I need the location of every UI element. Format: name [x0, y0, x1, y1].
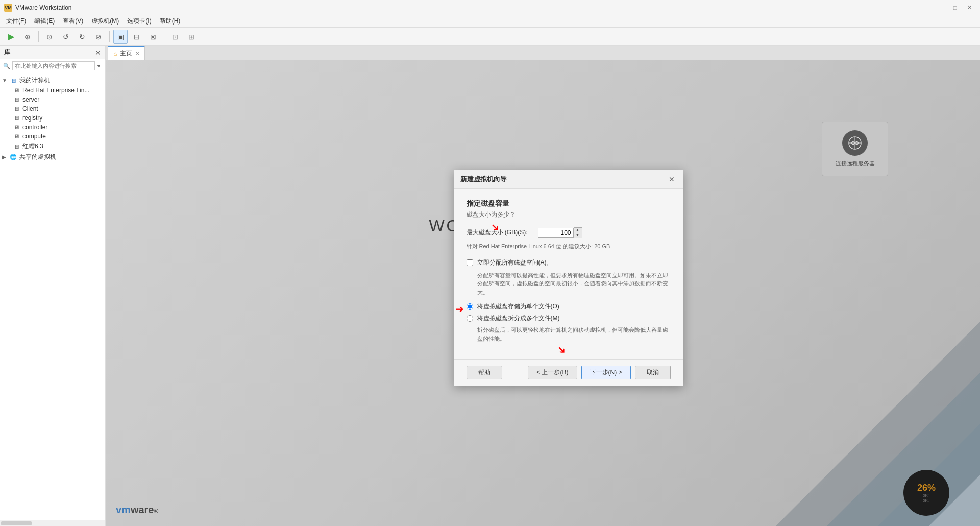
- modal-overlay: 新建虚拟机向导 ✕ 指定磁盘容量 磁盘大小为多少？ 最大磁盘大小 (GB)(S)…: [106, 60, 980, 526]
- home-icon: ⌂: [113, 50, 117, 57]
- tree-item-5[interactable]: 🖥 compute: [0, 132, 105, 141]
- toolbar-view-btn-2[interactable]: ⊟: [130, 30, 144, 44]
- toolbar-separator-1: [38, 31, 39, 42]
- radio-single-row: 将虚拟磁盘存储为单个文件(O): [467, 302, 671, 311]
- spinner-down-button[interactable]: ▼: [574, 233, 582, 238]
- window-controls: ─ □ ✕: [934, 3, 976, 13]
- menu-vm[interactable]: 虚拟机(M): [87, 16, 123, 27]
- menu-tab[interactable]: 选项卡(I): [123, 16, 155, 27]
- minimize-button[interactable]: ─: [934, 3, 947, 13]
- toolbar-separator-2: [109, 31, 110, 42]
- vm-icon-1: 🖥: [12, 96, 20, 103]
- allocate-checkbox-row: 立即分配所有磁盘空间(A)。: [467, 258, 671, 267]
- vm-tree: ▼ 🖥 我的计算机 🖥 Red Hat Enterprise Lin... 🖥 …: [0, 73, 105, 520]
- disk-size-input-group: ▲ ▼: [538, 227, 582, 238]
- vm-icon-6: 🖥: [12, 143, 20, 150]
- vm-icon-4: 🖥: [12, 124, 20, 131]
- max-disk-label: 最大磁盘大小 (GB)(S):: [467, 228, 538, 237]
- play-button[interactable]: ▶: [4, 30, 18, 44]
- toolbar-btn-5[interactable]: ⊘: [91, 30, 106, 44]
- toolbar-view-btn-3[interactable]: ⊠: [146, 30, 160, 44]
- app-icon: VM: [4, 4, 12, 12]
- toolbar-view-btn-1[interactable]: ▣: [113, 30, 128, 44]
- menu-view[interactable]: 查看(V): [59, 16, 87, 27]
- tree-item-1[interactable]: 🖥 server: [0, 95, 105, 104]
- tree-item-6[interactable]: 🖥 红帽6.3: [0, 141, 105, 152]
- new-vm-wizard-dialog: 新建虚拟机向导 ✕ 指定磁盘容量 磁盘大小为多少？ 最大磁盘大小 (GB)(S)…: [454, 170, 683, 387]
- close-button[interactable]: ✕: [963, 3, 976, 13]
- scrollbar-thumb: [1, 521, 32, 525]
- modal-section-subtitle: 磁盘大小为多少？: [467, 210, 671, 219]
- tree-arrow-my-computer: ▼: [2, 78, 9, 83]
- radio-single-label: 将虚拟磁盘存储为单个文件(O): [477, 302, 559, 311]
- disk-size-input[interactable]: [538, 228, 574, 238]
- toolbar-btn-1[interactable]: ⊕: [20, 30, 35, 44]
- vm-label-registry: registry: [22, 114, 42, 122]
- search-icon: 🔍: [3, 63, 10, 69]
- menu-help[interactable]: 帮助(H): [156, 16, 185, 27]
- maximize-button[interactable]: □: [948, 3, 962, 13]
- menu-bar: 文件(F) 编辑(E) 查看(V) 虚拟机(M) 选项卡(I) 帮助(H): [0, 15, 980, 28]
- app-title: VMware Workstation: [15, 4, 71, 11]
- vm-label-6: 红帽6.3: [22, 142, 43, 151]
- my-computer-label: 我的计算机: [19, 76, 50, 85]
- vm-icon-5: 🖥: [12, 133, 20, 140]
- tree-item-4[interactable]: 🖥 controller: [0, 123, 105, 132]
- tab-close-button[interactable]: ✕: [135, 51, 139, 56]
- tab-home[interactable]: ⌂ 主页 ✕: [108, 46, 145, 60]
- content-area: ⌂ 主页 ✕ WORKSTATION 14 PRO™: [106, 46, 980, 526]
- cancel-button[interactable]: 取消: [635, 366, 671, 379]
- vm-icon-0: 🖥: [12, 87, 20, 94]
- radio-single-file[interactable]: [467, 303, 473, 310]
- title-bar: VM VMware Workstation ─ □ ✕: [0, 0, 980, 15]
- toolbar-btn-4[interactable]: ↻: [75, 30, 89, 44]
- tree-item-registry[interactable]: 🖥 registry: [0, 113, 105, 123]
- allocate-label: 立即分配所有磁盘空间(A)。: [477, 258, 553, 267]
- disk-size-hint: 针对 Red Hat Enterprise Linux 6 64 位 的建议大小…: [467, 243, 671, 250]
- sidebar-title: 库: [4, 48, 10, 57]
- main-container: 库 ✕ 🔍 ▼ ▼ 🖥 我的计算机 🖥 Red Hat Enterprise L…: [0, 46, 980, 526]
- back-button[interactable]: < 上一步(B): [528, 366, 577, 379]
- allocate-desc: 分配所有容量可以提高性能，但要求所有物理磁盘空间立即可用。如果不立即分配所有空间…: [477, 271, 671, 297]
- tab-home-label: 主页: [120, 49, 132, 58]
- toolbar-btn-2[interactable]: ⊙: [42, 30, 57, 44]
- vm-label-1: server: [22, 96, 39, 103]
- toolbar-view-btn-5[interactable]: ⊞: [184, 30, 199, 44]
- computer-icon: 🖥: [9, 77, 17, 84]
- vm-label-0: Red Hat Enterprise Lin...: [22, 87, 89, 94]
- disk-size-row: 最大磁盘大小 (GB)(S): ▲ ▼: [467, 227, 671, 238]
- vm-icon-registry: 🖥: [12, 114, 20, 122]
- tree-shared-vms[interactable]: ▶ 🌐 共享的虚拟机: [0, 152, 105, 162]
- modal-section-title: 指定磁盘容量: [467, 199, 671, 208]
- tree-my-computer[interactable]: ▼ 🖥 我的计算机: [0, 75, 105, 86]
- split-desc: 拆分磁盘后，可以更轻松地在计算机之间移动虚拟机，但可能会降低大容量磁盘的性能。: [477, 326, 671, 343]
- search-dropdown-icon[interactable]: ▼: [96, 63, 102, 69]
- modal-close-button[interactable]: ✕: [667, 174, 677, 184]
- modal-title: 新建虚拟机向导: [460, 175, 507, 184]
- tree-item-2[interactable]: 🖥 Client: [0, 104, 105, 113]
- search-input[interactable]: [12, 61, 95, 70]
- sidebar: 库 ✕ 🔍 ▼ ▼ 🖥 我的计算机 🖥 Red Hat Enterprise L…: [0, 46, 106, 526]
- sidebar-scrollbar[interactable]: [0, 520, 105, 526]
- menu-edit[interactable]: 编辑(E): [30, 16, 59, 27]
- workstation-content: WORKSTATION 14 PRO™ 连接远程服务器: [106, 60, 980, 526]
- shared-label: 共享的虚拟机: [19, 153, 56, 161]
- radio-split-label: 将虚拟磁盘拆分成多个文件(M): [477, 314, 560, 323]
- tab-bar: ⌂ 主页 ✕: [106, 46, 980, 60]
- allocate-checkbox[interactable]: [467, 259, 473, 266]
- tree-item-0[interactable]: 🖥 Red Hat Enterprise Lin...: [0, 86, 105, 95]
- menu-file[interactable]: 文件(F): [2, 16, 30, 27]
- toolbar-view-btn-4[interactable]: ⊡: [168, 30, 182, 44]
- sidebar-close-button[interactable]: ✕: [95, 49, 101, 57]
- radio-split-file[interactable]: [467, 315, 473, 322]
- help-button[interactable]: 帮助: [467, 366, 502, 379]
- next-button[interactable]: 下一步(N) >: [581, 366, 631, 379]
- vm-label-4: controller: [22, 124, 47, 131]
- toolbar-btn-3[interactable]: ↺: [59, 30, 73, 44]
- spinner-up-button[interactable]: ▲: [574, 228, 582, 233]
- modal-footer: 帮助 < 上一步(B) 下一步(N) > 取消: [454, 359, 683, 386]
- disk-size-spinner: ▲ ▼: [574, 227, 582, 238]
- sidebar-header: 库 ✕: [0, 46, 105, 59]
- shared-icon: 🌐: [9, 154, 17, 161]
- toolbar-separator-3: [164, 31, 164, 42]
